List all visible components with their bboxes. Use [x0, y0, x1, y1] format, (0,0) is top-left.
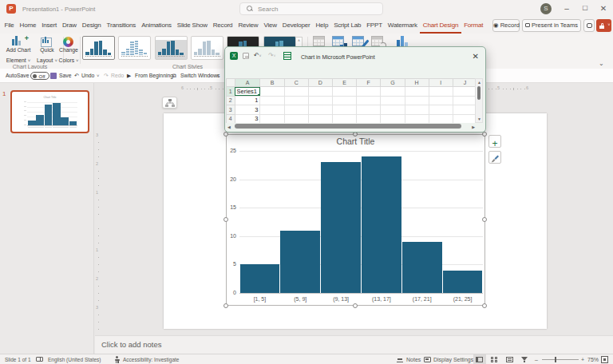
undo-label[interactable]: Undo: [81, 69, 94, 83]
col-header-C[interactable]: C: [284, 79, 308, 87]
save-icon[interactable]: [50, 73, 57, 79]
tab-transitions[interactable]: Transitions: [104, 18, 139, 34]
cell-A1[interactable]: Series1: [235, 87, 260, 97]
cell-H2[interactable]: [405, 96, 429, 105]
accessibility-label[interactable]: Accessibility: Investigate: [123, 355, 179, 364]
cell-F3[interactable]: [357, 105, 381, 115]
notes-pane[interactable]: [95, 335, 613, 354]
chart-add-element-button[interactable]: +: [488, 135, 501, 148]
col-header-J[interactable]: J: [453, 79, 477, 87]
cell-C3[interactable]: [284, 105, 308, 115]
cell-F1[interactable]: [357, 87, 381, 97]
autosave-toggle[interactable]: Off: [30, 72, 49, 80]
tab-format[interactable]: Format: [461, 18, 486, 34]
selection-handle[interactable]: [482, 217, 487, 222]
normal-view-button[interactable]: [473, 354, 486, 364]
tab-draw[interactable]: Draw: [59, 18, 79, 34]
cell-J1[interactable]: [453, 87, 477, 97]
histogram-bar[interactable]: [443, 271, 483, 293]
cell-C1[interactable]: [284, 87, 308, 97]
tab-home[interactable]: Home: [17, 18, 39, 34]
tab-review[interactable]: Review: [235, 18, 261, 34]
cell-J2[interactable]: [453, 96, 477, 105]
close-button[interactable]: ✕: [597, 2, 610, 15]
slide-sorter-view-button[interactable]: [491, 357, 497, 362]
cell-F4[interactable]: [357, 114, 381, 123]
tab-file[interactable]: File: [2, 18, 17, 34]
cell-C4[interactable]: [284, 114, 308, 123]
cell-E1[interactable]: [332, 87, 356, 97]
cell-I1[interactable]: [429, 87, 453, 97]
col-header-I[interactable]: I: [429, 79, 453, 87]
share-button[interactable]: ˅: [596, 19, 611, 32]
col-header-F[interactable]: F: [357, 79, 381, 87]
cell-J3[interactable]: [453, 105, 477, 115]
from-beginning-icon[interactable]: ▶: [127, 69, 131, 83]
tab-view[interactable]: View: [261, 18, 279, 34]
zoom-slider-track[interactable]: [542, 359, 579, 360]
popup-table-icon[interactable]: [283, 52, 291, 60]
change-colors-button[interactable]: ChangeColors ˅: [54, 36, 83, 68]
cell-A3[interactable]: 3: [235, 105, 260, 115]
col-header-E[interactable]: E: [332, 79, 356, 87]
display-settings-icon[interactable]: [424, 357, 431, 362]
avatar[interactable]: S: [540, 3, 552, 14]
tab-design[interactable]: Design: [79, 18, 104, 34]
cell-I2[interactable]: [429, 96, 453, 105]
switch-windows-caret[interactable]: ˅: [209, 69, 212, 83]
col-header-A[interactable]: A: [235, 79, 260, 87]
slide-thumbnail[interactable]: Chart Title: [10, 90, 89, 133]
undo-caret[interactable]: ˅: [97, 69, 100, 83]
selection-handle[interactable]: [223, 217, 228, 222]
cell-A4[interactable]: 3: [235, 114, 260, 123]
tab-chart-design[interactable]: Chart Design: [420, 18, 461, 34]
selection-handle[interactable]: [482, 303, 487, 308]
switch-windows-label[interactable]: Switch Windows: [180, 69, 219, 83]
cell-B2[interactable]: [260, 96, 284, 105]
chart-style-2[interactable]: [118, 36, 151, 60]
col-header-D[interactable]: D: [308, 79, 332, 87]
col-header-H[interactable]: H: [405, 79, 429, 87]
cell-H3[interactable]: [405, 105, 429, 115]
cell-I4[interactable]: [429, 114, 453, 123]
zoom-slider-thumb[interactable]: [555, 357, 556, 362]
fit-to-window-button[interactable]: [601, 356, 608, 363]
cell-H1[interactable]: [405, 87, 429, 97]
row-header-2[interactable]: 2: [227, 96, 235, 105]
zoom-out-button[interactable]: –: [535, 355, 538, 364]
histogram-bar[interactable]: [362, 156, 401, 293]
histogram-bar[interactable]: [240, 264, 280, 293]
tab-fppt[interactable]: FPPT: [364, 18, 386, 34]
tab-insert[interactable]: Insert: [39, 18, 60, 34]
maximize-button[interactable]: ☐: [579, 2, 591, 15]
language-label[interactable]: English (United States): [48, 355, 101, 364]
tab-developer[interactable]: Developer: [279, 18, 313, 34]
tab-script-lab[interactable]: Script Lab: [331, 18, 364, 34]
col-header-B[interactable]: B: [260, 79, 284, 87]
tab-help[interactable]: Help: [313, 18, 331, 34]
histogram-bar[interactable]: [321, 162, 361, 293]
cell-B4[interactable]: [260, 114, 284, 123]
cell-G4[interactable]: [381, 114, 405, 123]
cell-G1[interactable]: [381, 87, 405, 97]
present-in-teams-button[interactable]: Present in Teams: [522, 19, 581, 32]
row-header-3[interactable]: 3: [227, 105, 235, 115]
selection-handle[interactable]: [353, 303, 358, 308]
switch-windows-icon[interactable]: ⧉: [172, 69, 176, 83]
cell-H4[interactable]: [405, 114, 429, 123]
chart-style-1[interactable]: [82, 36, 115, 60]
tab-slide-show[interactable]: Slide Show: [174, 18, 210, 34]
cell-D1[interactable]: [308, 87, 332, 97]
cell-D4[interactable]: [308, 114, 332, 123]
cell-B1[interactable]: [260, 87, 284, 97]
histogram-bar[interactable]: [280, 231, 320, 293]
chart-style-3[interactable]: [155, 36, 188, 60]
row-header-1[interactable]: 1: [227, 87, 235, 97]
chart-title[interactable]: Chart Title: [226, 136, 485, 146]
undo-icon[interactable]: ↶: [74, 69, 79, 83]
zoom-in-button[interactable]: +: [581, 355, 584, 364]
cell-I3[interactable]: [429, 105, 453, 115]
histogram-bar[interactable]: [402, 242, 442, 293]
cell-E4[interactable]: [332, 114, 356, 123]
slideshow-view-button[interactable]: [521, 357, 528, 362]
